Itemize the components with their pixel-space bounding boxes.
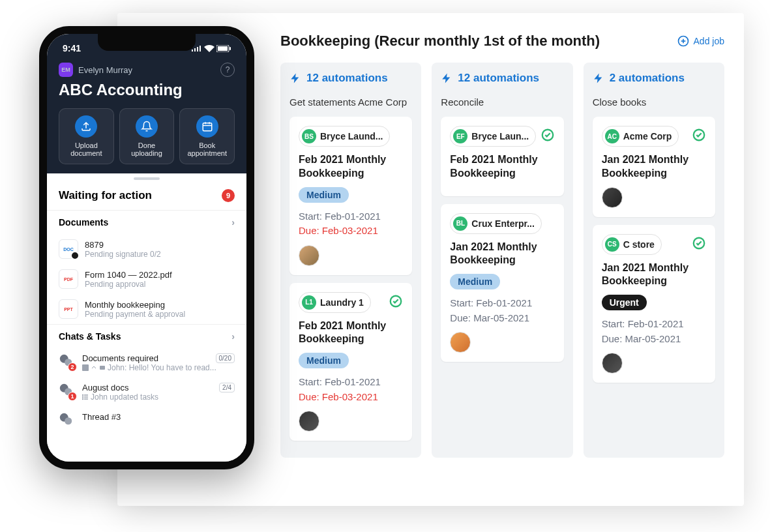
action-label: Done uploading xyxy=(123,141,171,157)
chat-bubble-icon: 2 xyxy=(59,353,76,370)
chat-item[interactable]: 1 August docs 2/4 John updated tasks xyxy=(47,377,246,407)
chat-item[interactable]: 2 Documents required 0/20 John: Hello! Y… xyxy=(47,348,246,377)
card-title: Jan 2021 Monthly Bookkeeping xyxy=(602,153,706,181)
automations-count: 2 automations xyxy=(610,72,685,85)
action-icon-circle xyxy=(136,115,158,138)
drag-handle[interactable] xyxy=(134,177,160,180)
chat-title: Documents required xyxy=(82,353,158,363)
priority-badge: Medium xyxy=(450,274,500,289)
action-icon-circle xyxy=(75,115,97,138)
task-count-badge: 2/4 xyxy=(219,383,235,392)
kanban-column: 12 automations Reconcile EF Bryce Laun..… xyxy=(432,63,572,458)
waiting-title: Waiting for action xyxy=(59,189,152,202)
user-name: Evelyn Murray xyxy=(78,65,132,75)
column-title: Reconcile xyxy=(441,96,563,108)
kanban-column: 12 automations Get statements Acme Corp … xyxy=(280,63,421,458)
chat-text: Documents required 0/20 John: Hello! You… xyxy=(82,353,235,372)
job-card[interactable]: BS Bryce Laund... Feb 2021 Monthly Bookk… xyxy=(289,117,412,275)
document-title: 8879 xyxy=(85,240,235,250)
priority-badge: Medium xyxy=(299,353,349,368)
client-pill[interactable]: L1 Laundry 1 xyxy=(299,292,371,313)
user-row: EM Evelyn Murray ? xyxy=(59,63,235,77)
card-title: Feb 2021 Monthly Bookkeeping xyxy=(299,319,403,347)
client-pill[interactable]: BS Bryce Laund... xyxy=(299,126,390,147)
client-badge: BS xyxy=(302,129,316,143)
phone-notch xyxy=(98,34,196,51)
check-circle-icon xyxy=(540,128,555,145)
chat-item[interactable]: Thread #3 xyxy=(47,407,246,434)
kanban-column: 2 automations Close books AC Acme Corp J… xyxy=(584,63,724,458)
chevron-right-icon: › xyxy=(231,217,235,228)
documents-list: DOC 8879 Pending signature 0/2 PDF Form … xyxy=(47,234,246,324)
client-row: BS Bryce Laund... xyxy=(299,126,403,147)
document-item[interactable]: PDF Form 1040 — 2022.pdf Pending approva… xyxy=(47,264,246,294)
document-title: Form 1040 — 2022.pdf xyxy=(85,270,235,280)
svg-rect-10 xyxy=(200,46,201,52)
client-pill[interactable]: BL Crux Enterpr... xyxy=(450,213,541,234)
documents-section-header[interactable]: Documents › xyxy=(47,210,246,234)
check-circle-icon xyxy=(692,236,706,253)
svg-point-31 xyxy=(65,417,72,424)
chat-bubble-icon xyxy=(59,412,76,429)
client-row: BL Crux Enterpr... xyxy=(450,213,554,234)
assignee-avatar[interactable] xyxy=(299,411,319,432)
card-title: Jan 2021 Monthly Bookkeeping xyxy=(602,261,706,289)
automations-link[interactable]: 12 automations xyxy=(289,72,412,85)
unread-badge: 2 xyxy=(68,362,77,372)
document-title: Monthly bookkeeping xyxy=(85,300,235,310)
add-job-label: Add job xyxy=(694,36,724,46)
due-date: Due: Feb-03-2021 xyxy=(299,390,403,405)
svg-rect-9 xyxy=(197,47,198,52)
action-label: Book appointment xyxy=(183,141,231,157)
document-item[interactable]: DOC 8879 Pending signature 0/2 xyxy=(47,234,246,264)
phone-header: 9:41 EM Evelyn Murray ? ABC Accounting U… xyxy=(47,34,246,173)
client-pill[interactable]: AC Acme Corp xyxy=(602,126,679,147)
user-info[interactable]: EM Evelyn Murray xyxy=(59,63,132,77)
client-row: L1 Laundry 1 xyxy=(299,292,403,313)
chats-section-header[interactable]: Chats & Tasks › xyxy=(47,324,246,348)
quick-action-card[interactable]: Done uploading xyxy=(119,108,175,164)
phone-body: Waiting for action 9 Documents › DOC 887… xyxy=(47,177,246,469)
job-card[interactable]: BL Crux Enterpr... Jan 2021 Monthly Book… xyxy=(441,204,563,362)
automations-count: 12 automations xyxy=(458,72,539,85)
job-card[interactable]: CS C store Jan 2021 Monthly BookkeepingU… xyxy=(593,225,715,383)
add-job-button[interactable]: Add job xyxy=(677,35,724,48)
client-name: Laundry 1 xyxy=(320,297,364,308)
svg-rect-14 xyxy=(203,123,212,131)
document-text: 8879 Pending signature 0/2 xyxy=(85,240,235,259)
job-card[interactable]: L1 Laundry 1 Feb 2021 Monthly Bookkeepin… xyxy=(289,283,412,441)
quick-action-card[interactable]: Upload document xyxy=(59,108,114,164)
plus-circle-icon xyxy=(677,35,690,48)
automations-link[interactable]: 12 automations xyxy=(441,72,563,85)
action-icon-circle xyxy=(196,115,218,138)
phone-mockup: 9:41 EM Evelyn Murray ? ABC Accounting U… xyxy=(39,26,254,469)
chats-list: 2 Documents required 0/20 John: Hello! Y… xyxy=(47,348,246,434)
card-title: Feb 2021 Monthly Bookkeeping xyxy=(450,153,554,181)
assignee-avatar[interactable] xyxy=(450,332,471,353)
assignee-avatar[interactable] xyxy=(602,353,623,374)
help-button[interactable]: ? xyxy=(220,63,235,77)
job-card[interactable]: AC Acme Corp Jan 2021 Monthly Bookkeepin… xyxy=(593,117,715,217)
client-pill[interactable]: EF Bryce Laun... xyxy=(450,126,536,147)
automations-link[interactable]: 2 automations xyxy=(593,72,715,85)
assignee-avatar[interactable] xyxy=(602,187,623,208)
client-badge: L1 xyxy=(302,295,316,310)
status-indicators xyxy=(192,43,231,53)
waiting-header: Waiting for action 9 xyxy=(47,184,246,210)
document-status: Pending payment & approval xyxy=(85,310,235,319)
document-item[interactable]: PPT Monthly bookkeeping Pending payment … xyxy=(47,294,246,324)
action-label: Upload document xyxy=(62,141,111,157)
assignee-avatar[interactable] xyxy=(299,245,319,266)
file-icon: DOC xyxy=(59,239,78,259)
chat-preview: John updated tasks xyxy=(82,392,235,402)
job-card[interactable]: EF Bryce Laun... Feb 2021 Monthly Bookke… xyxy=(441,117,563,196)
column-title: Close books xyxy=(593,96,715,108)
card-dates: Start: Feb-01-2021 Due: Feb-03-2021 xyxy=(299,209,403,239)
svg-rect-7 xyxy=(192,50,193,52)
check-circle-icon xyxy=(692,128,706,145)
quick-action-card[interactable]: Book appointment xyxy=(179,108,235,164)
waiting-count-badge: 9 xyxy=(222,189,235,202)
client-pill[interactable]: CS C store xyxy=(602,234,662,255)
client-name: C store xyxy=(623,239,655,250)
svg-rect-21 xyxy=(100,366,105,370)
